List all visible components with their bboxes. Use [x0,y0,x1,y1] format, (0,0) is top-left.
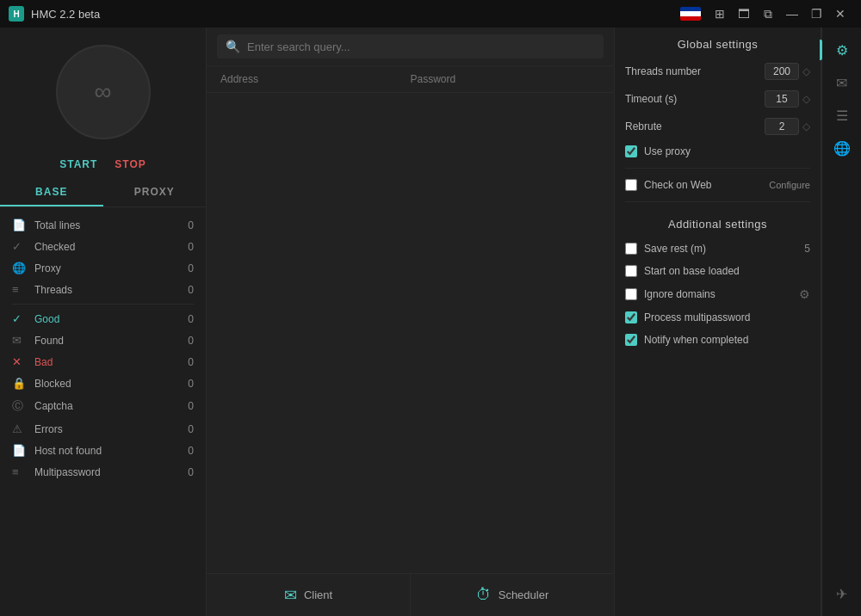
configure-button[interactable]: Configure [769,180,810,190]
rebrute-input[interactable] [765,118,799,135]
total-lines-icon: 📄 [12,219,28,231]
tab-base[interactable]: BASE [0,179,103,206]
address-column-header: Address [220,73,411,85]
process-multipass-label: Process multipassword [644,311,810,323]
save-rest-value: 5 [804,243,810,255]
client-icon: ✉ [284,586,297,605]
multipassword-value: 0 [177,466,194,478]
threads-number-value-wrap: ◇ [765,63,810,80]
scheduler-label: Scheduler [499,588,549,601]
window-icon[interactable]: 🗖 [732,2,756,26]
app-logo: H [9,6,24,22]
minimize-button[interactable]: — [780,2,804,26]
check-on-web-checkbox[interactable] [625,179,637,191]
language-flag[interactable] [680,7,701,21]
windows-icon[interactable]: ⧉ [756,2,780,26]
total-lines-value: 0 [177,219,194,231]
good-label: Good [34,313,177,325]
close-button[interactable]: ✕ [828,2,852,26]
email-icon-bar-item[interactable]: ✉ [827,67,858,98]
process-multipass-checkbox[interactable] [625,311,637,323]
good-value: 0 [177,313,194,325]
sidebar-tabs: BASE PROXY [0,179,206,207]
use-proxy-label: Use proxy [644,145,810,157]
scheduler-button[interactable]: ⏱ Scheduler [411,574,614,616]
host-not-found-icon: 📄 [12,444,28,457]
proxy-value: 0 [177,262,194,274]
bad-icon: ✕ [12,355,28,368]
send-icon: ✈ [836,586,847,602]
timeout-row: Timeout (s) ◇ [615,85,821,113]
rebrute-chevron-icon: ◇ [802,120,810,132]
left-sidebar: ∞ START STOP BASE PROXY 📄 Total lines 0 … [0,28,207,616]
stat-found: ✉ Found 0 [0,330,206,351]
tab-proxy[interactable]: PROXY [103,179,207,206]
main-layout: ∞ START STOP BASE PROXY 📄 Total lines 0 … [0,28,861,616]
multipassword-label: Multipassword [34,466,177,478]
start-on-base-row: Start on base loaded [615,260,821,282]
timeout-label: Timeout (s) [625,93,765,105]
settings-icon: ⚙ [836,42,848,59]
stop-button[interactable]: STOP [115,158,146,170]
rebrute-label: Rebrute [625,120,765,132]
start-on-base-checkbox[interactable] [625,265,637,277]
settings-divider-1 [625,168,810,169]
save-rest-label: Save rest (m) [644,243,797,255]
stat-threads: ≡ Threads 0 [0,279,206,300]
errors-label: Errors [34,423,177,435]
use-proxy-row: Use proxy [615,140,821,163]
threads-number-label: Threads number [625,65,765,77]
search-bar: 🔍 [207,28,614,66]
use-proxy-checkbox[interactable] [625,145,637,157]
search-input[interactable] [247,40,595,53]
ignore-domains-checkbox[interactable] [625,288,637,300]
checked-icon: ✓ [12,240,28,253]
table-body [207,93,614,573]
threads-icon: ≡ [12,283,28,296]
globe-icon-bar-item[interactable]: 🌐 [827,132,858,163]
grid-icon[interactable]: ⊞ [708,2,732,26]
search-input-wrap: 🔍 [217,34,604,59]
host-not-found-label: Host not found [34,445,177,457]
host-not-found-value: 0 [177,445,194,457]
start-button[interactable]: START [59,158,97,170]
ignore-domains-gear-icon[interactable]: ⚙ [799,287,810,301]
list-icon-bar-item[interactable]: ☰ [827,100,858,131]
bottom-buttons: ✉ Client ⏱ Scheduler [207,573,614,616]
stat-errors: ⚠ Errors 0 [0,418,206,440]
timeout-input[interactable] [765,90,799,108]
captcha-label: Captcha [34,400,177,412]
checked-value: 0 [177,241,194,253]
send-icon-bar-item[interactable]: ✈ [827,578,858,609]
app-title: HMC 2.2 beta [31,8,680,21]
threads-number-input[interactable] [765,63,799,80]
captcha-icon: Ⓒ [12,398,28,414]
threads-number-row: Threads number ◇ [615,58,821,85]
errors-icon: ⚠ [12,422,28,435]
stat-host-not-found: 📄 Host not found 0 [0,440,206,461]
maximize-button[interactable]: ❐ [804,2,828,26]
stat-good: ✓ Good 0 [0,308,206,330]
threads-value: 0 [177,284,194,296]
ignore-domains-row: Ignore domains ⚙ [615,282,821,306]
notify-completed-checkbox[interactable] [625,334,637,346]
rebrute-row: Rebrute ◇ [615,113,821,140]
email-icon: ✉ [836,75,847,91]
rebrute-value-wrap: ◇ [765,118,810,135]
start-stop-row: START STOP [0,158,206,179]
client-button[interactable]: ✉ Client [207,574,411,616]
found-icon: ✉ [12,334,28,347]
stat-checked: ✓ Checked 0 [0,236,206,257]
client-label: Client [304,588,332,601]
notify-completed-label: Notify when completed [644,334,810,346]
scheduler-icon: ⏱ [476,586,492,604]
avatar-section: ∞ [0,28,206,158]
stat-divider [12,304,194,305]
save-rest-checkbox[interactable] [625,243,637,255]
timeout-value-wrap: ◇ [765,90,810,108]
globe-icon: 🌐 [833,140,851,157]
list-icon: ☰ [836,108,848,124]
settings-icon-bar-item[interactable]: ⚙ [827,34,858,65]
check-on-web-label: Check on Web [644,179,762,191]
bad-value: 0 [177,356,194,368]
